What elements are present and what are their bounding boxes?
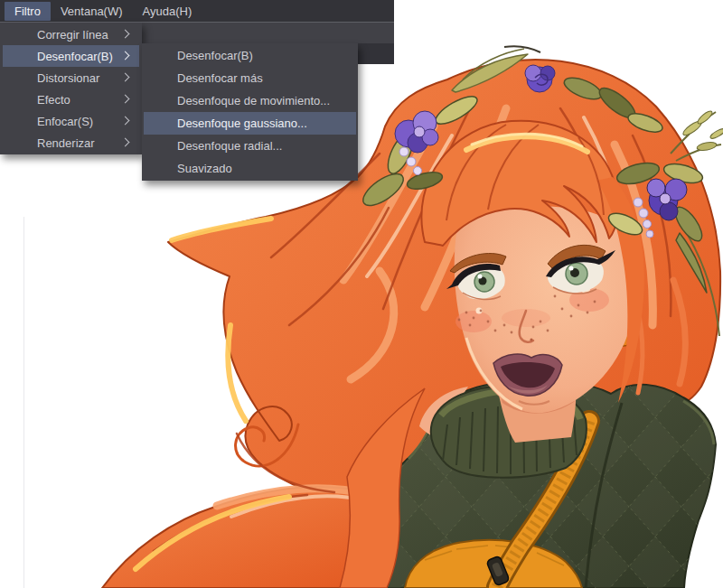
submenu-item-desenfoque-gaussiano[interactable]: Desenfoque gaussiano... <box>144 112 356 135</box>
filter-menu-item-desenfocar[interactable]: Desenfocar(B) <box>3 45 139 67</box>
submenu-arrow-icon <box>121 138 130 147</box>
menu-item-label: Efecto <box>37 93 70 107</box>
menu-item-label: Desenfocar(B) <box>37 50 113 63</box>
filter-menu-item-corregir-linea[interactable]: Corregir línea <box>3 23 139 45</box>
submenu-arrow-icon <box>121 95 130 104</box>
application-window: Filtro Ventana(W) Ayuda(H) Corregir líne… <box>0 0 723 588</box>
filter-menu-item-efecto[interactable]: Efecto <box>3 89 139 110</box>
filter-menu-item-renderizar[interactable]: Renderizar <box>3 132 139 154</box>
filter-menu-item-enfocar[interactable]: Enfocar(S) <box>3 110 139 132</box>
app-panel-fragment <box>358 43 394 64</box>
blur-submenu: Desenfocar(B) Desenfocar más Desenfoque … <box>142 43 358 181</box>
submenu-item-desenfocar-mas[interactable]: Desenfocar más <box>144 67 356 89</box>
submenu-item-desenfocar[interactable]: Desenfocar(B) <box>144 44 356 67</box>
menu-item-label: Desenfocar más <box>177 71 263 85</box>
submenu-item-desenfoque-radial[interactable]: Desenfoque radial... <box>144 135 356 157</box>
menubar-item-filtro[interactable]: Filtro <box>5 2 51 21</box>
menubar-item-ayuda[interactable]: Ayuda(H) <box>133 2 202 21</box>
menu-item-label: Renderizar <box>37 136 95 150</box>
menu-item-label: Corregir línea <box>37 28 108 42</box>
menu-item-label: Desenfoque gaussiano... <box>177 117 307 130</box>
menu-item-label: Enfocar(S) <box>37 115 93 128</box>
submenu-arrow-icon <box>121 30 130 39</box>
menu-item-label: Desenfoque de movimiento... <box>177 94 330 107</box>
menu-item-label: Desenfoque radial... <box>177 139 282 153</box>
menu-bar: Filtro Ventana(W) Ayuda(H) <box>0 0 394 23</box>
menu-item-label: Suavizado <box>177 162 232 175</box>
submenu-arrow-icon <box>121 73 130 82</box>
menubar-item-ventana[interactable]: Ventana(W) <box>51 2 133 21</box>
submenu-arrow-icon <box>121 51 130 61</box>
filter-dropdown-menu: Corregir línea Desenfocar(B) Distorsiona… <box>0 23 142 154</box>
filter-menu-item-distorsionar[interactable]: Distorsionar <box>3 67 139 89</box>
submenu-item-desenfoque-movimiento[interactable]: Desenfoque de movimiento... <box>144 89 356 112</box>
submenu-arrow-icon <box>121 117 130 126</box>
canvas-page-edge <box>23 217 24 588</box>
menu-item-label: Distorsionar <box>37 71 99 85</box>
menu-item-label: Desenfocar(B) <box>177 49 253 62</box>
submenu-item-suavizado[interactable]: Suavizado <box>144 157 356 180</box>
